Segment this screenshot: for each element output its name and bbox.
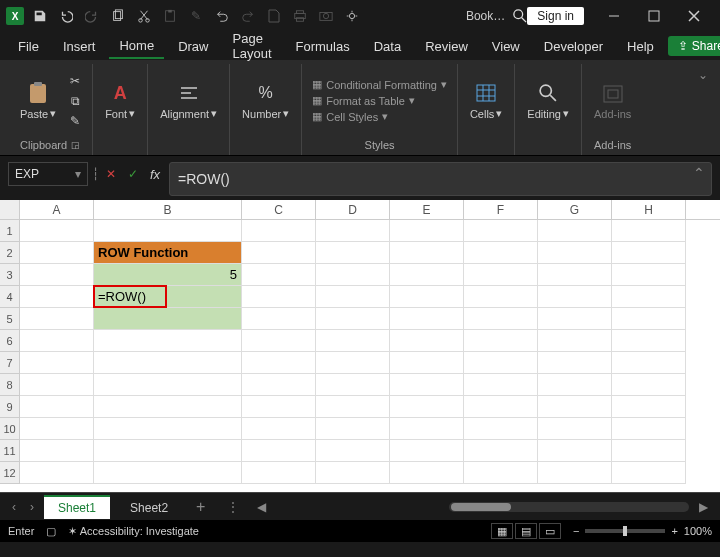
row-header[interactable]: 6 (0, 330, 20, 352)
view-normal-icon[interactable]: ▦ (491, 523, 513, 539)
cell[interactable] (20, 418, 94, 440)
sheet-tab-active[interactable]: Sheet1 (44, 495, 110, 519)
dialog-launcher-icon[interactable]: ◲ (71, 140, 80, 150)
cell[interactable] (612, 418, 686, 440)
add-sheet-button[interactable]: + (188, 498, 213, 516)
sheet-nav-next-icon[interactable]: › (26, 500, 38, 514)
cell[interactable] (316, 462, 390, 484)
cell[interactable] (94, 308, 242, 330)
cell[interactable] (612, 330, 686, 352)
cell[interactable] (464, 308, 538, 330)
font-button[interactable]: A Font▾ (101, 79, 139, 122)
accessibility-status[interactable]: ✶ Accessibility: Investigate (68, 525, 199, 538)
cell[interactable] (94, 330, 242, 352)
spreadsheet-grid[interactable]: A B C D E F G H 1 2ROW Function 35 4=ROW… (0, 200, 720, 492)
cut-icon[interactable] (134, 6, 154, 26)
cell[interactable] (612, 286, 686, 308)
tab-home[interactable]: Home (109, 34, 164, 59)
cell[interactable] (20, 352, 94, 374)
share-button[interactable]: ⇪Share (668, 36, 720, 56)
cell[interactable] (316, 330, 390, 352)
cell[interactable] (390, 330, 464, 352)
touch-mode-icon[interactable] (342, 6, 362, 26)
row-header[interactable]: 8 (0, 374, 20, 396)
paste-button[interactable]: Paste▾ (16, 79, 60, 122)
cell[interactable] (94, 462, 242, 484)
cell[interactable] (242, 396, 316, 418)
format-painter-icon[interactable]: ✎ (186, 6, 206, 26)
tab-data[interactable]: Data (364, 35, 411, 58)
format-painter-icon[interactable]: ✎ (66, 113, 84, 129)
cell[interactable] (242, 352, 316, 374)
row-header[interactable]: 2 (0, 242, 20, 264)
col-header[interactable]: H (612, 200, 686, 219)
cell[interactable] (94, 352, 242, 374)
cell[interactable] (612, 462, 686, 484)
cell[interactable] (20, 396, 94, 418)
cell[interactable] (390, 462, 464, 484)
tab-draw[interactable]: Draw (168, 35, 218, 58)
copy-icon[interactable] (108, 6, 128, 26)
cell[interactable] (612, 352, 686, 374)
zoom-out-button[interactable]: − (573, 525, 579, 537)
cell[interactable] (612, 396, 686, 418)
cell[interactable] (242, 264, 316, 286)
minimize-button[interactable] (594, 2, 634, 30)
cell[interactable] (464, 462, 538, 484)
cell[interactable] (390, 440, 464, 462)
hscroll-right-icon[interactable]: ▶ (695, 500, 712, 514)
scrollbar-thumb[interactable] (451, 503, 511, 511)
cell[interactable] (242, 286, 316, 308)
cell[interactable] (612, 308, 686, 330)
cell[interactable] (242, 220, 316, 242)
cell[interactable] (538, 264, 612, 286)
cell[interactable] (464, 242, 538, 264)
row-header[interactable]: 5 (0, 308, 20, 330)
col-header[interactable]: B (94, 200, 242, 219)
cell[interactable] (94, 396, 242, 418)
confirm-icon[interactable]: ✓ (123, 164, 143, 184)
cell-b3[interactable]: 5 (94, 264, 242, 286)
row-header[interactable]: 12 (0, 462, 20, 484)
cell[interactable] (390, 264, 464, 286)
cell[interactable] (464, 264, 538, 286)
cell[interactable] (390, 418, 464, 440)
cell[interactable] (242, 374, 316, 396)
new-file-icon[interactable] (264, 6, 284, 26)
expand-formula-bar-icon[interactable]: ⌃ (693, 165, 705, 181)
cell[interactable] (94, 220, 242, 242)
col-header[interactable]: C (242, 200, 316, 219)
cell[interactable] (316, 242, 390, 264)
cell[interactable] (242, 440, 316, 462)
cell[interactable] (538, 220, 612, 242)
redo-icon[interactable] (82, 6, 102, 26)
paste-icon[interactable] (160, 6, 180, 26)
cut-icon[interactable]: ✂ (66, 73, 84, 89)
cell[interactable] (464, 440, 538, 462)
sign-in-button[interactable]: Sign in (527, 7, 584, 25)
cell[interactable] (242, 308, 316, 330)
cell-styles-button[interactable]: ▦Cell Styles▾ (312, 110, 447, 123)
cell[interactable] (242, 462, 316, 484)
cell[interactable] (538, 352, 612, 374)
number-button[interactable]: % Number▾ (238, 79, 293, 122)
copy-icon[interactable]: ⧉ (66, 93, 84, 109)
sheet-tab[interactable]: Sheet2 (116, 495, 182, 519)
row-header[interactable]: 1 (0, 220, 20, 242)
editing-button[interactable]: Editing▾ (523, 79, 573, 122)
search-icon[interactable] (513, 9, 527, 23)
cell[interactable] (242, 242, 316, 264)
camera-icon[interactable] (316, 6, 336, 26)
insert-function-button[interactable]: fx (145, 164, 165, 184)
cell[interactable] (94, 440, 242, 462)
col-header[interactable]: D (316, 200, 390, 219)
cell[interactable] (612, 220, 686, 242)
name-box[interactable]: EXP▾ (8, 162, 88, 186)
cell[interactable] (464, 418, 538, 440)
cell[interactable] (316, 220, 390, 242)
zoom-in-button[interactable]: + (671, 525, 677, 537)
cell[interactable] (316, 418, 390, 440)
cell[interactable] (538, 308, 612, 330)
view-page-break-icon[interactable]: ▭ (539, 523, 561, 539)
cell[interactable] (538, 374, 612, 396)
